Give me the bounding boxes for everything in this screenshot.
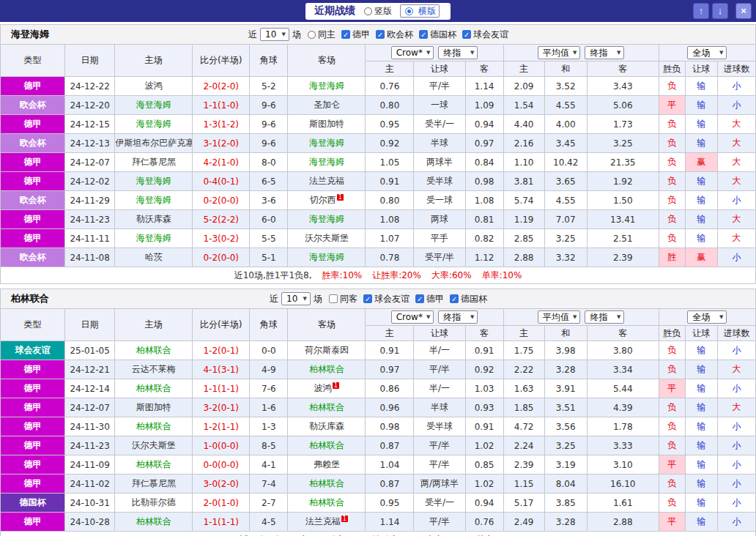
league-filter-bundesliga[interactable]: 德甲 [415,293,444,305]
team-name-link[interactable]: 斯图加特 [136,402,171,412]
same-away-label[interactable]: 同客 [340,293,357,305]
team-name-link[interactable]: 勒沃库森 [309,421,344,431]
team-name-link[interactable]: 比勒菲尔德 [132,497,176,507]
team-name-link[interactable]: 海登海姆 [309,252,344,262]
same-home-radio[interactable] [308,31,316,39]
horizontal-radio-label[interactable]: 横版 [418,5,436,18]
bookmaker-select[interactable]: Crow*▼ [391,310,434,324]
team-name-link[interactable]: 法兰克福 [309,176,344,186]
odds-line: 平/半 [414,436,465,455]
team-name-link[interactable]: 柏林联合 [136,345,171,355]
team-name-link[interactable]: 海登海姆 [136,176,171,186]
result-handicap: 输 [685,210,717,229]
odds-away: 0.82 [465,229,503,248]
league-label[interactable]: 德甲 [352,29,370,41]
team-name-link[interactable]: 哈茨 [145,252,163,262]
scroll-down-button[interactable]: ↓ [712,3,728,19]
team-name-link[interactable]: 海登海姆 [136,195,171,205]
recent-count-select[interactable]: 10 ▼ [260,28,289,41]
team-name-link[interactable]: 柏林联合 [136,516,171,526]
team-name-link[interactable]: 海登海姆 [309,157,344,167]
team-name-link[interactable]: 柏林联合 [309,402,344,412]
avg-away: 5.44 [587,379,659,398]
league-checkbox[interactable] [415,294,424,303]
team-name-link[interactable]: 海登海姆 [309,81,344,91]
team-name-link[interactable]: 海登海姆 [309,214,344,224]
same-home-label[interactable]: 同主 [318,29,336,41]
recent-count-select[interactable]: 10 ▼ [281,292,311,305]
scroll-up-button[interactable]: ↑ [693,3,709,19]
team-name-link[interactable]: 法兰克福 [305,516,341,526]
team-name-link[interactable]: 柏林联合 [136,459,171,469]
same-away-filter[interactable]: 同客 [329,293,357,305]
team-name-link[interactable]: 圣加仑 [314,100,340,110]
league-checkbox[interactable] [462,30,471,39]
team-name-link[interactable]: 拜仁慕尼黑 [132,478,176,488]
team-name-link[interactable]: 海登海姆 [136,119,171,129]
league-checkbox[interactable] [450,294,459,303]
view-option-vertical[interactable]: 竖版 [364,5,392,18]
avg-home: 1.15 [503,474,544,494]
avg-stage-select[interactable]: 终指▼ [585,310,624,324]
average-select[interactable]: 平均值▼ [538,46,580,59]
avg-stage-select[interactable]: 终指▼ [585,46,624,59]
result-goals: 大 [717,229,755,248]
vertical-radio-label[interactable]: 竖版 [374,5,392,18]
team-name-link[interactable]: 柏林联合 [136,383,171,393]
team-name-link[interactable]: 沃尔夫斯堡 [305,233,349,243]
team-name-link[interactable]: 伊斯坦布尔巴萨克塞尔 [115,138,193,148]
team-name-link[interactable]: 弗赖堡 [314,459,340,469]
team-name-link[interactable]: 云达不莱梅 [132,364,176,374]
bookmaker-select[interactable]: Crow*▼ [391,46,434,59]
same-away-checkbox[interactable] [329,294,338,303]
team-name-link[interactable]: 斯图加特 [309,119,344,129]
league-label[interactable]: 球会友谊 [374,293,410,305]
league-label[interactable]: 欧会杯 [387,29,413,41]
league-label[interactable]: 德国杯 [461,293,487,305]
team-name-link[interactable]: 波鸿 [145,81,163,91]
league-checkbox[interactable] [363,294,372,303]
same-home-filter[interactable]: 同主 [308,29,336,41]
close-button[interactable]: × [735,3,752,19]
team-name-link[interactable]: 柏林联合 [309,478,344,488]
team-name-link[interactable]: 柏林联合 [136,421,171,431]
team-name-link[interactable]: 海登海姆 [136,233,171,243]
average-select[interactable]: 平均值▼ [538,310,580,324]
odds-stage-select[interactable]: 终指▼ [438,310,478,324]
league-label[interactable]: 球会友谊 [473,29,508,41]
league-checkbox[interactable] [419,30,428,39]
scope-select[interactable]: 全场▼ [687,46,727,59]
avg-draw: 3.45 [544,134,587,153]
league-filter-bundesliga[interactable]: 德甲 [341,29,370,41]
corner-cell: 1-6 [250,398,288,417]
league-filter-pokal[interactable]: 德国杯 [419,29,456,41]
league-filter-friendly[interactable]: 球会友谊 [363,293,410,305]
team-name-link[interactable]: 拜仁慕尼黑 [132,157,176,167]
scope-select[interactable]: 全场▼ [687,310,727,324]
team-name-link[interactable]: 勒沃库森 [136,214,171,224]
league-label[interactable]: 德甲 [426,293,444,305]
team-name-link[interactable]: 波鸿 [314,383,332,393]
team-name-link[interactable]: 柏林联合 [309,497,344,507]
league-filter-friendly[interactable]: 球会友谊 [462,29,508,41]
league-label[interactable]: 德国杯 [430,29,456,41]
team-name-link[interactable]: 海登海姆 [309,138,344,148]
team-name-link[interactable]: 海登海姆 [136,100,171,110]
league-filter-pokal[interactable]: 德国杯 [450,293,487,305]
league-checkbox[interactable] [376,30,385,39]
odds-away: 0.94 [465,494,503,513]
odds-home: 0.95 [366,115,414,134]
result-goals: 小 [717,417,755,436]
odds-stage-select[interactable]: 终指▼ [438,46,478,59]
league-filter-conference[interactable]: 欧会杯 [376,29,413,41]
team-name-link[interactable]: 沃尔夫斯堡 [132,440,176,450]
view-option-horizontal[interactable]: 横版 [400,4,440,18]
team-name-link[interactable]: 柏林联合 [309,364,344,374]
team-name-link[interactable]: 柏林联合 [309,440,344,450]
team-name-link[interactable]: 切尔西 [310,195,336,205]
horizontal-radio[interactable] [405,7,413,15]
vertical-radio[interactable] [364,7,372,15]
league-checkbox[interactable] [341,30,350,39]
odds-away: 1.09 [465,96,503,115]
team-name-link[interactable]: 荷尔斯泰因 [305,345,349,355]
